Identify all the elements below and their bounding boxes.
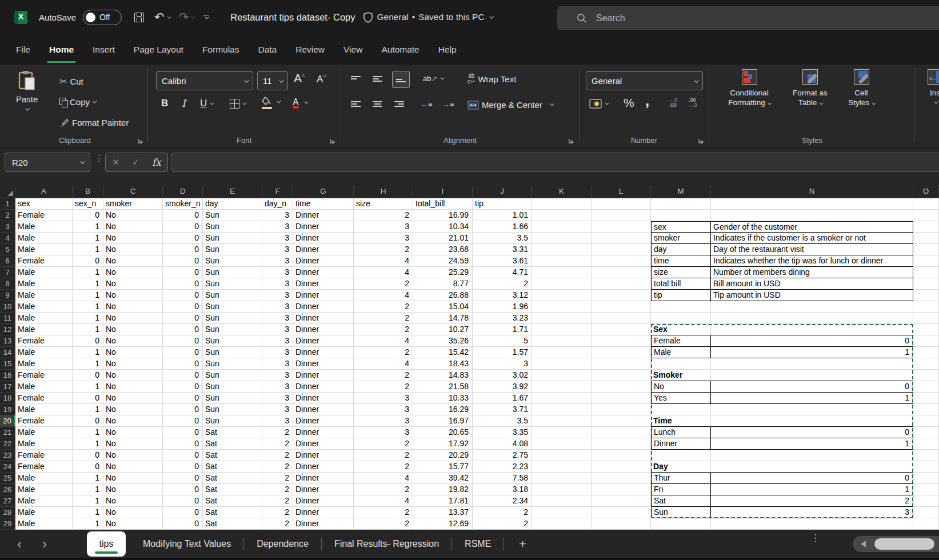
column-header-i[interactable]: I — [413, 185, 473, 198]
cell-N9[interactable]: Tip amount in USD — [711, 290, 913, 301]
increase-decimal-button[interactable]: ←.0.00 — [668, 98, 678, 108]
cell-F5[interactable]: 3 — [262, 244, 293, 255]
cell-H19[interactable]: 3 — [354, 404, 413, 415]
cell-O26[interactable] — [913, 484, 939, 495]
cell-M25[interactable]: Thur — [651, 473, 711, 484]
bottom-align-button[interactable] — [392, 71, 410, 88]
cell-L4[interactable] — [592, 233, 651, 244]
cell-N19[interactable] — [711, 404, 913, 415]
cell-L20[interactable] — [592, 415, 651, 427]
cell-O4[interactable] — [913, 233, 939, 244]
cell-C3[interactable]: No — [103, 221, 163, 233]
cell-L15[interactable] — [592, 358, 651, 370]
row-header-7[interactable]: 7 — [0, 267, 15, 278]
cell-E11[interactable]: Sun — [203, 313, 262, 324]
column-header-o[interactable]: O — [913, 185, 939, 198]
cell-L3[interactable] — [592, 221, 651, 233]
cell-E23[interactable]: Sat — [203, 450, 262, 461]
cell-O23[interactable] — [913, 450, 939, 461]
cell-I6[interactable]: 24.59 — [413, 255, 473, 267]
cell-E18[interactable]: Sun — [203, 393, 262, 404]
cell-D8[interactable]: 0 — [163, 278, 203, 290]
accounting-format-button[interactable] — [589, 99, 608, 109]
cell-E16[interactable]: Sun — [203, 370, 262, 381]
row-header-19[interactable]: 19 — [0, 404, 15, 415]
clipboard-dialog-launcher-icon[interactable] — [137, 138, 143, 144]
cell-A17[interactable]: Male — [15, 381, 73, 393]
cell-N22[interactable]: 1 — [711, 438, 913, 450]
cell-D20[interactable]: 0 — [163, 415, 203, 427]
cell-F15[interactable]: 3 — [262, 358, 293, 370]
tab-formulas[interactable]: Formulas — [202, 34, 239, 65]
cell-F23[interactable]: 2 — [262, 450, 293, 461]
row-header-16[interactable]: 16 — [0, 370, 15, 381]
cell-J22[interactable]: 4.08 — [473, 438, 532, 450]
cell-B14[interactable]: 1 — [73, 347, 103, 358]
cell-O14[interactable] — [913, 347, 939, 358]
cell-B15[interactable]: 1 — [73, 358, 103, 370]
cell-C28[interactable]: No — [103, 507, 163, 518]
cell-F21[interactable]: 2 — [262, 427, 293, 438]
document-title[interactable]: Restaurant tips dataset- Copy — [230, 12, 355, 23]
tab-home[interactable]: Home — [49, 34, 74, 65]
cell-N17[interactable]: 0 — [711, 381, 913, 393]
cell-I8[interactable]: 8.77 — [413, 278, 473, 290]
cell-L16[interactable] — [592, 370, 651, 381]
cell-G27[interactable]: Dinner — [293, 495, 354, 507]
font-size-select[interactable]: 11 — [257, 71, 288, 90]
cell-D11[interactable]: 0 — [163, 313, 203, 324]
cell-I25[interactable]: 39.42 — [413, 473, 473, 484]
conditional-formatting-button[interactable]: ConditionalFormatting — [716, 69, 783, 107]
undo-icon[interactable]: ↶ — [154, 11, 165, 23]
row-header-27[interactable]: 27 — [0, 495, 15, 507]
cell-O22[interactable] — [913, 438, 939, 450]
cell-J18[interactable]: 1.67 — [473, 393, 532, 404]
cell-K8[interactable] — [532, 278, 592, 290]
row-header-13[interactable]: 13 — [0, 335, 15, 347]
orientation-button[interactable]: ab↗ — [423, 74, 443, 83]
column-header-e[interactable]: E — [203, 185, 262, 198]
cell-I16[interactable]: 14.83 — [413, 370, 473, 381]
cell-D25[interactable]: 0 — [163, 473, 203, 484]
cell-B20[interactable]: 0 — [73, 415, 103, 427]
cell-C18[interactable]: No — [103, 393, 163, 404]
cell-I2[interactable]: 16.99 — [413, 210, 473, 221]
horizontal-scrollbar[interactable] — [853, 536, 939, 552]
cell-G25[interactable]: Dinner — [293, 473, 354, 484]
cell-O27[interactable] — [913, 495, 939, 507]
cell-H29[interactable]: 2 — [354, 518, 413, 530]
cell-J7[interactable]: 4.71 — [473, 267, 532, 278]
row-header-17[interactable]: 17 — [0, 381, 15, 393]
cell-H12[interactable]: 2 — [354, 324, 413, 335]
tab-file[interactable]: File — [16, 34, 30, 65]
column-header-a[interactable]: A — [15, 185, 73, 198]
cell-A22[interactable]: Male — [15, 438, 73, 450]
cell-G4[interactable]: Dinner — [293, 233, 354, 244]
row-header-5[interactable]: 5 — [0, 244, 15, 255]
cell-M24[interactable]: Day — [651, 461, 711, 473]
cell-I22[interactable]: 17.92 — [413, 438, 473, 450]
cell-J1[interactable]: tip — [473, 198, 532, 210]
cell-styles-button[interactable]: CellStyles — [839, 69, 884, 107]
cell-J13[interactable]: 5 — [473, 335, 532, 347]
cell-A7[interactable]: Male — [15, 267, 73, 278]
cell-D13[interactable]: 0 — [163, 335, 203, 347]
cell-C2[interactable]: No — [103, 210, 163, 221]
cell-L26[interactable] — [592, 484, 651, 495]
confirm-entry-icon[interactable]: ✓ — [132, 157, 139, 167]
cell-B12[interactable]: 1 — [73, 324, 103, 335]
cell-J25[interactable]: 7.58 — [473, 473, 532, 484]
cell-F17[interactable]: 3 — [262, 381, 293, 393]
decrease-decimal-button[interactable]: .00→.0 — [688, 98, 697, 108]
cell-K23[interactable] — [532, 450, 592, 461]
cell-C23[interactable]: No — [103, 450, 163, 461]
cell-B11[interactable]: 1 — [73, 313, 103, 324]
row-header-18[interactable]: 18 — [0, 393, 15, 404]
cell-N23[interactable] — [711, 450, 913, 461]
cell-M26[interactable]: Fri — [651, 484, 711, 495]
cell-A19[interactable]: Male — [15, 404, 73, 415]
row-header-4[interactable]: 4 — [0, 233, 15, 244]
column-header-c[interactable]: C — [103, 185, 163, 198]
cell-F29[interactable]: 2 — [262, 518, 293, 530]
cell-A1[interactable]: sex — [15, 198, 73, 210]
